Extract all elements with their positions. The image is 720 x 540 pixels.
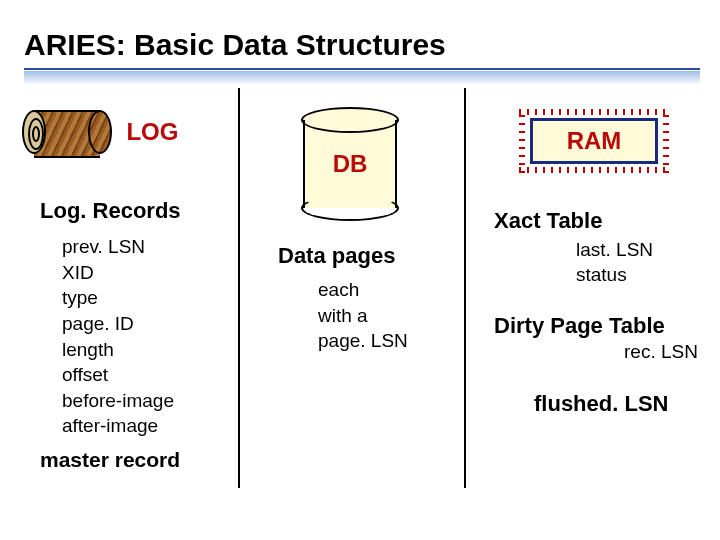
data-pages-title: Data pages bbox=[278, 243, 454, 269]
data-pages-sub-line: page. LSN bbox=[318, 328, 454, 354]
log-field: after-image bbox=[62, 413, 228, 439]
title-area: ARIES: Basic Data Structures bbox=[0, 0, 720, 88]
ram-contents: Xact Table last. LSN status Dirty Page T… bbox=[494, 208, 710, 417]
data-pages-sub-line: with a bbox=[318, 303, 454, 329]
column-divider-1 bbox=[238, 88, 240, 488]
log-records: Log. Records prev. LSN XID type page. ID… bbox=[40, 198, 228, 439]
ram-header: RAM bbox=[514, 118, 674, 164]
slide-title: ARIES: Basic Data Structures bbox=[24, 28, 700, 62]
dirty-page-field: rec. LSN bbox=[624, 341, 710, 363]
log-header: LOG bbox=[22, 110, 217, 154]
db-cylinder-icon: DB bbox=[303, 120, 397, 208]
db-header: DB bbox=[300, 120, 400, 208]
xact-table-fields: last. LSN status bbox=[576, 238, 710, 287]
column-divider-2 bbox=[464, 88, 466, 488]
title-underline bbox=[24, 68, 700, 82]
diagram-body: LOG Log. Records prev. LSN XID type page… bbox=[0, 88, 720, 528]
log-field: page. ID bbox=[62, 311, 228, 337]
ram-label: RAM bbox=[530, 118, 659, 164]
log-records-fields: prev. LSN XID type page. ID length offse… bbox=[62, 234, 228, 439]
log-field: before-image bbox=[62, 388, 228, 414]
log-icon bbox=[22, 110, 112, 154]
master-record-label: master record bbox=[40, 448, 180, 472]
log-label: LOG bbox=[126, 118, 178, 146]
log-field: type bbox=[62, 285, 228, 311]
dirty-page-table-title: Dirty Page Table bbox=[494, 313, 710, 339]
xact-table-title: Xact Table bbox=[494, 208, 710, 234]
data-pages-sub-line: each bbox=[318, 277, 454, 303]
log-records-title: Log. Records bbox=[40, 198, 228, 224]
xact-field: status bbox=[576, 263, 710, 288]
log-field: prev. LSN bbox=[62, 234, 228, 260]
log-field: XID bbox=[62, 260, 228, 286]
flushed-lsn-label: flushed. LSN bbox=[534, 391, 710, 417]
data-pages: Data pages each with a page. LSN bbox=[278, 243, 454, 354]
db-label: DB bbox=[303, 150, 397, 178]
log-field: length bbox=[62, 337, 228, 363]
data-pages-sub: each with a page. LSN bbox=[318, 277, 454, 354]
log-field: offset bbox=[62, 362, 228, 388]
xact-field: last. LSN bbox=[576, 238, 710, 263]
